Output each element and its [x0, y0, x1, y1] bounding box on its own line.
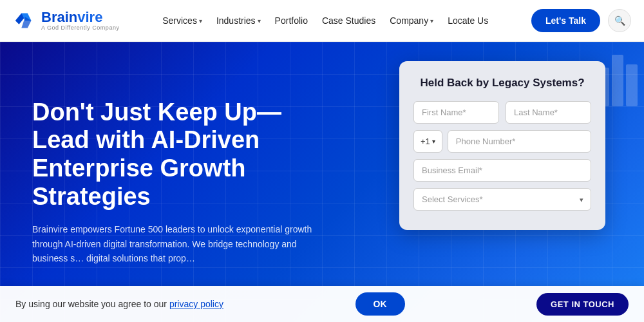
service-select[interactable]: Select Services* Web Development Mobile …: [413, 188, 591, 211]
hero-content: Don't Just Keep Up— Lead with AI-Driven …: [0, 99, 348, 266]
contact-form-card: Held Back by Legacy Systems? +1 ▾ Select…: [399, 61, 605, 230]
phone-prefix-selector[interactable]: +1 ▾: [413, 130, 442, 153]
nav-item-portfolio[interactable]: Portfolio: [270, 12, 313, 30]
nav-item-case-studies[interactable]: Case Studies: [317, 12, 381, 30]
hero-description: Brainvire empowers Fortune 500 leaders t…: [32, 222, 316, 265]
nav-company-label: Company: [390, 15, 428, 26]
phone-row: +1 ▾: [413, 130, 591, 153]
logo[interactable]: Brainvire A God Differently Company: [13, 8, 119, 33]
nav-item-services[interactable]: Services ▾: [157, 12, 207, 30]
form-title: Held Back by Legacy Systems?: [413, 77, 591, 90]
chevron-down-icon: ▾: [430, 17, 433, 24]
navbar: Brainvire A God Differently Company Serv…: [0, 0, 644, 42]
chevron-down-icon: ▾: [432, 138, 435, 145]
nav-case-studies-label: Case Studies: [322, 15, 375, 26]
nav-services-label: Services: [162, 15, 197, 26]
email-input[interactable]: [413, 159, 591, 182]
nav-item-locate-us[interactable]: Locate Us: [442, 12, 493, 30]
hero-section: Don't Just Keep Up— Lead with AI-Driven …: [0, 42, 644, 322]
nav-locate-label: Locate Us: [448, 15, 488, 26]
cookie-ok-button[interactable]: OK: [355, 292, 405, 316]
cookie-text: By using our website you agree to our pr…: [15, 299, 223, 309]
logo-icon: [13, 8, 37, 33]
chevron-down-icon: ▾: [258, 17, 261, 24]
nav-industries-label: Industries: [216, 15, 256, 26]
phone-input[interactable]: [448, 130, 591, 153]
get-in-touch-button[interactable]: GET IN TOUCH: [536, 293, 629, 316]
name-row: [413, 101, 591, 124]
nav-item-company[interactable]: Company ▾: [384, 12, 439, 30]
cookie-banner: By using our website you agree to our pr…: [0, 286, 644, 322]
logo-tagline: A God Differently Company: [41, 24, 119, 31]
service-select-wrapper: Select Services* Web Development Mobile …: [413, 188, 591, 211]
nav-links: Services ▾ Industries ▾ Portfolio Case S…: [157, 12, 493, 30]
privacy-policy-link[interactable]: privacy policy: [169, 299, 223, 309]
last-name-input[interactable]: [506, 101, 591, 124]
logo-name: Brainvire: [41, 10, 119, 24]
lets-talk-button[interactable]: Let's Talk: [531, 9, 600, 32]
search-button[interactable]: 🔍: [608, 9, 631, 32]
search-icon: 🔍: [614, 15, 625, 26]
nav-actions: Let's Talk 🔍: [531, 9, 631, 32]
nav-portfolio-label: Portfolio: [275, 15, 308, 26]
hero-title: Don't Just Keep Up— Lead with AI-Driven …: [32, 99, 316, 211]
chevron-down-icon: ▾: [199, 17, 202, 24]
phone-prefix-value: +1: [421, 137, 430, 146]
first-name-input[interactable]: [413, 101, 499, 124]
nav-item-industries[interactable]: Industries ▾: [211, 12, 266, 30]
